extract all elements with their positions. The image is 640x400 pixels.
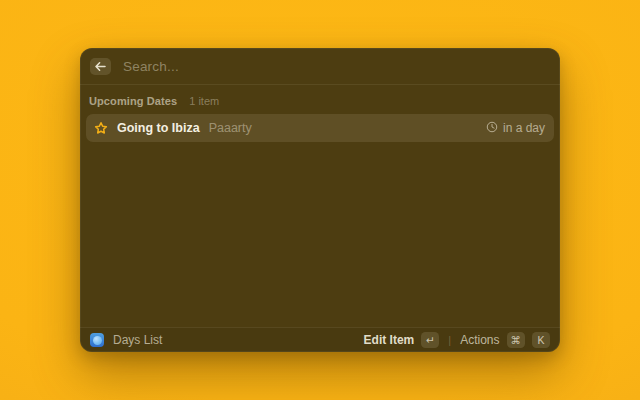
return-keycap: ↵	[421, 332, 439, 348]
k-keycap: K	[532, 332, 550, 348]
item-subtitle: Paaarty	[209, 121, 252, 135]
list-item[interactable]: Going to Ibiza Paaarty in a day	[86, 114, 554, 142]
footer-divider: |	[446, 334, 453, 346]
section-title: Upcoming Dates	[89, 95, 177, 107]
app-chip: Days List	[90, 333, 162, 347]
results-list: Upcoming Dates 1 item Going to Ibiza Paa…	[80, 85, 560, 327]
clock-icon	[486, 119, 498, 137]
footer-actions: Edit Item ↵ | Actions ⌘ K	[364, 332, 550, 348]
command-keycap: ⌘	[507, 332, 526, 348]
section-item-count: 1 item	[189, 95, 219, 107]
search-input[interactable]: Search...	[123, 59, 179, 74]
days-list-app-icon	[90, 333, 104, 347]
item-title: Going to Ibiza	[117, 121, 200, 135]
star-icon	[94, 121, 108, 135]
actions-menu-button[interactable]: Actions	[460, 333, 499, 347]
arrow-left-icon	[95, 62, 106, 71]
item-due-text: in a day	[503, 121, 545, 135]
section-header: Upcoming Dates 1 item	[86, 85, 554, 114]
app-name: Days List	[113, 333, 162, 347]
footer-bar: Days List Edit Item ↵ | Actions ⌘ K	[80, 327, 560, 352]
launcher-window: Search... Upcoming Dates 1 item Going to…	[80, 48, 560, 352]
back-button[interactable]	[90, 58, 111, 75]
search-bar: Search...	[80, 48, 560, 85]
edit-item-action[interactable]: Edit Item	[364, 333, 415, 347]
desktop-background: Search... Upcoming Dates 1 item Going to…	[0, 0, 640, 400]
item-accessory: in a day	[486, 119, 545, 137]
